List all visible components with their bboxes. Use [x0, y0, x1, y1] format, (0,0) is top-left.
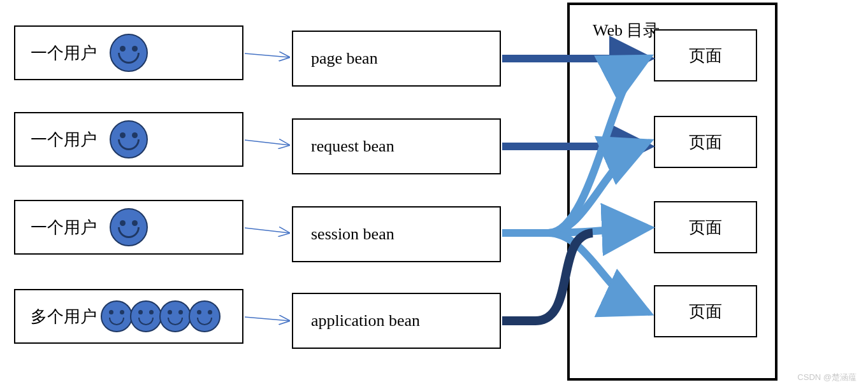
page-box-1: 页面 — [654, 29, 757, 81]
arrow-user-to-bean-3 — [245, 228, 289, 233]
user-label: 一个用户 — [31, 129, 97, 151]
container-label: Web 目录 — [593, 19, 660, 41]
bean-label: application bean — [311, 311, 420, 330]
user-icon — [110, 34, 148, 72]
user-label: 多个用户 — [31, 306, 97, 328]
page-label: 页面 — [689, 300, 722, 323]
user-icon — [110, 120, 148, 158]
watermark: CSDN @楚涵蕴 — [797, 372, 857, 383]
bean-box-session: session bean — [292, 206, 501, 262]
bean-box-page: page bean — [292, 31, 501, 87]
user-box-2: 一个用户 — [14, 112, 243, 167]
arrow-user-to-bean-4 — [245, 317, 289, 321]
user-box-3: 一个用户 — [14, 200, 243, 255]
users-icon — [103, 300, 221, 332]
bean-label: request bean — [311, 137, 394, 156]
bean-box-application: application bean — [292, 293, 501, 349]
arrow-user-to-bean-1 — [245, 53, 289, 57]
bean-box-request: request bean — [292, 118, 501, 174]
user-box-4: 多个用户 — [14, 289, 243, 344]
bean-label: page bean — [311, 49, 378, 68]
user-label: 一个用户 — [31, 42, 97, 64]
user-icon — [110, 208, 148, 246]
user-box-1: 一个用户 — [14, 25, 243, 80]
page-label: 页面 — [689, 216, 722, 239]
bean-label: session bean — [311, 225, 394, 244]
page-box-3: 页面 — [654, 201, 757, 253]
page-label: 页面 — [689, 131, 722, 153]
page-label: 页面 — [689, 45, 722, 67]
page-box-2: 页面 — [654, 116, 757, 168]
arrow-user-to-bean-2 — [245, 140, 289, 145]
page-box-4: 页面 — [654, 285, 757, 337]
user-label: 一个用户 — [31, 216, 97, 239]
